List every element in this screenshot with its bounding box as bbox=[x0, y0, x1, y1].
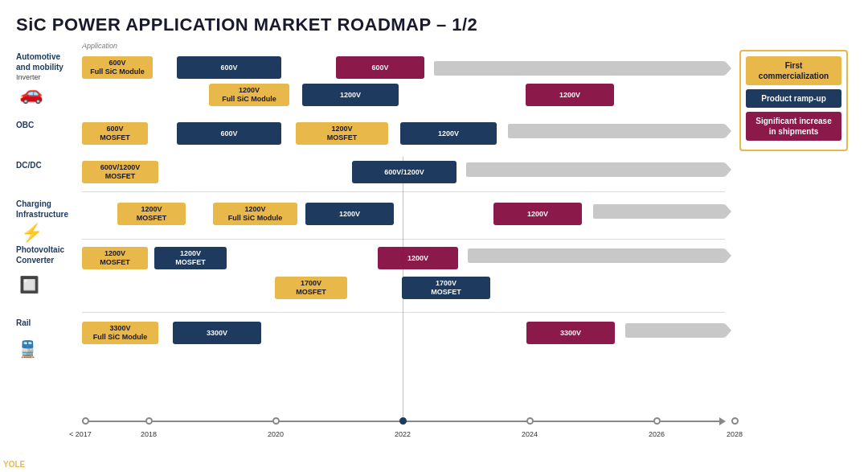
bar-obc-600v-mosfet: 600VMOSFET bbox=[82, 122, 148, 145]
pv-label: PhotovoltaicConverter bbox=[16, 244, 79, 265]
content-area: Application Automotiveand mobility Inver… bbox=[16, 42, 852, 454]
timeline-dot-2017 bbox=[82, 417, 89, 425]
rail-label: Rail bbox=[16, 318, 79, 327]
divider2 bbox=[82, 239, 725, 240]
timeline-2022-line bbox=[403, 157, 403, 422]
timeline-label-2026: 2026 bbox=[649, 430, 665, 438]
timeline-label-2020: 2020 bbox=[268, 430, 284, 438]
bar-rail-3300v-navy: 3300V bbox=[173, 322, 261, 344]
legend-significant-increase: Significant increase in shipments bbox=[746, 112, 841, 141]
bar-rail-3300v-fullsic: 3300VFull SiC Module bbox=[82, 322, 158, 344]
timeline-label-2017: < 2017 bbox=[69, 430, 92, 438]
timeline-label-2022: 2022 bbox=[395, 430, 411, 438]
legend-first-commercialization: First commercialization bbox=[746, 56, 841, 85]
bar-charging-1200v-mosfet: 1200VMOSFET bbox=[117, 203, 186, 225]
bar-auto-inv-600v-navy: 600V bbox=[177, 56, 281, 79]
timeline-label-2018: 2018 bbox=[141, 430, 157, 438]
auto-arrow-bar bbox=[434, 60, 725, 77]
bar-pv-1700v-mosfet-navy: 1700VMOSFET bbox=[402, 277, 490, 299]
rail-arrow-bar bbox=[625, 322, 725, 339]
bar-auto-inv-1200v-fullsic: 1200VFull SiC Module bbox=[209, 84, 289, 106]
page-title: SiC POWER APPLICATION MARKET ROADMAP – 1… bbox=[16, 14, 852, 35]
bar-charging-1200v-navy: 1200V bbox=[305, 203, 394, 225]
obc-label: OBC bbox=[16, 121, 79, 129]
timeline-dot-2024 bbox=[526, 417, 534, 425]
bar-charging-1200v-fullsic: 1200VFull SiC Module bbox=[213, 203, 297, 225]
bar-pv-1200v-mosfet-yellow: 1200VMOSFET bbox=[82, 247, 148, 269]
charging-arrow-bar bbox=[593, 203, 725, 220]
bar-obc-1200v-navy: 1200V bbox=[400, 122, 497, 145]
roadmap: Application Automotiveand mobility Inver… bbox=[16, 42, 729, 454]
train-icon: 🚆 bbox=[18, 339, 38, 359]
dcdc-arrow-bar bbox=[466, 161, 725, 179]
legend-product-ramp: Product ramp-up bbox=[746, 89, 841, 108]
timeline-dot-2028 bbox=[731, 417, 739, 425]
app-column-label: Application bbox=[82, 42, 117, 50]
bar-dcdc-navy: 600V/1200V bbox=[352, 161, 457, 183]
divider1 bbox=[82, 191, 725, 192]
dcdc-label: DC/DC bbox=[16, 161, 79, 170]
divider3 bbox=[82, 312, 725, 313]
car-icon: 🚗 bbox=[19, 82, 43, 105]
yole-logo: YOLE bbox=[3, 460, 25, 469]
bar-obc-600v-navy: 600V bbox=[177, 122, 281, 145]
bar-auto-inv-600v-fullsic: 600VFull SiC Module bbox=[82, 56, 153, 79]
bar-auto-inv-600v-crimson: 600V bbox=[336, 56, 424, 79]
bar-pv-1700v-mosfet-yellow: 1700VMOSFET bbox=[275, 277, 347, 299]
slide: SiC POWER APPLICATION MARKET ROADMAP – 1… bbox=[0, 0, 868, 472]
legend-area: First commercialization Product ramp-up … bbox=[735, 42, 852, 454]
bar-obc-1200v-mosfet: 1200VMOSFET bbox=[296, 122, 388, 145]
timeline-dot-2020 bbox=[272, 417, 280, 425]
bar-auto-inv-1200v-navy: 1200V bbox=[302, 84, 399, 106]
chart-area: Application Automotiveand mobility Inver… bbox=[16, 42, 729, 454]
bar-auto-inv-1200v-crimson: 1200V bbox=[526, 84, 614, 106]
solar-icon: 🔲 bbox=[19, 275, 39, 294]
timeline-label-2028: 2028 bbox=[727, 430, 743, 438]
charger-icon: ⚡ bbox=[21, 223, 43, 244]
timeline-arrow bbox=[719, 417, 726, 425]
obc-arrow-bar bbox=[508, 122, 725, 140]
timeline-label-2024: 2024 bbox=[522, 430, 538, 438]
bar-charging-1200v-crimson: 1200V bbox=[493, 203, 582, 225]
automotive-label: Automotiveand mobility Inverter bbox=[16, 51, 80, 81]
bar-pv-1200v-mosfet-navy: 1200VMOSFET bbox=[154, 247, 227, 269]
timeline-dot-2018 bbox=[145, 417, 153, 425]
charging-label: ChargingInfrastructure bbox=[16, 199, 79, 220]
bar-pv-1200v-crimson: 1200V bbox=[378, 247, 458, 269]
bar-rail-3300v-crimson: 3300V bbox=[526, 322, 615, 344]
legend-box: First commercialization Product ramp-up … bbox=[739, 50, 848, 151]
bar-dcdc-mosfet: 600V/1200VMOSFET bbox=[82, 161, 158, 183]
timeline-dot-2026 bbox=[653, 417, 661, 425]
pv-arrow-bar bbox=[468, 247, 725, 265]
